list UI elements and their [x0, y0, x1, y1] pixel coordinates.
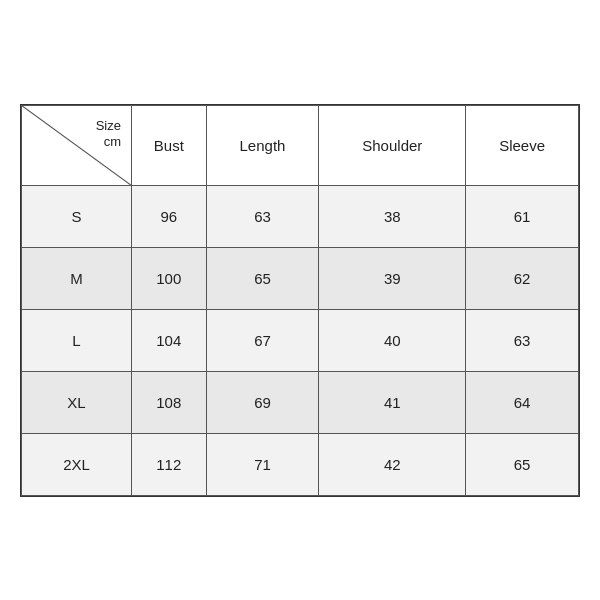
size-chart-table: Sizecm Bust Length Shoulder Sleeve S9663… — [21, 105, 579, 496]
corner-cell: Sizecm — [22, 105, 132, 185]
table-row: L104674063 — [22, 309, 579, 371]
shoulder-cell: 40 — [319, 309, 466, 371]
bust-cell: 104 — [132, 309, 207, 371]
table-row: M100653962 — [22, 247, 579, 309]
header-bust: Bust — [132, 105, 207, 185]
shoulder-cell: 39 — [319, 247, 466, 309]
sleeve-cell: 64 — [466, 371, 579, 433]
sleeve-cell: 61 — [466, 185, 579, 247]
length-cell: 69 — [206, 371, 319, 433]
size-cell: S — [22, 185, 132, 247]
bust-cell: 108 — [132, 371, 207, 433]
bust-cell: 100 — [132, 247, 207, 309]
corner-top-label: Sizecm — [96, 118, 121, 152]
bust-cell: 96 — [132, 185, 207, 247]
size-cell: 2XL — [22, 433, 132, 495]
table-row: XL108694164 — [22, 371, 579, 433]
size-cell: L — [22, 309, 132, 371]
shoulder-cell: 42 — [319, 433, 466, 495]
size-cell: XL — [22, 371, 132, 433]
header-sleeve: Sleeve — [466, 105, 579, 185]
header-shoulder: Shoulder — [319, 105, 466, 185]
length-cell: 67 — [206, 309, 319, 371]
header-length: Length — [206, 105, 319, 185]
sleeve-cell: 65 — [466, 433, 579, 495]
length-cell: 65 — [206, 247, 319, 309]
shoulder-cell: 38 — [319, 185, 466, 247]
table-row: S96633861 — [22, 185, 579, 247]
table-body: S96633861M100653962L104674063XL108694164… — [22, 185, 579, 495]
bust-cell: 112 — [132, 433, 207, 495]
header-row: Sizecm Bust Length Shoulder Sleeve — [22, 105, 579, 185]
size-cell: M — [22, 247, 132, 309]
length-cell: 63 — [206, 185, 319, 247]
sleeve-cell: 62 — [466, 247, 579, 309]
shoulder-cell: 41 — [319, 371, 466, 433]
size-chart-container: Sizecm Bust Length Shoulder Sleeve S9663… — [20, 104, 580, 497]
table-row: 2XL112714265 — [22, 433, 579, 495]
sleeve-cell: 63 — [466, 309, 579, 371]
length-cell: 71 — [206, 433, 319, 495]
